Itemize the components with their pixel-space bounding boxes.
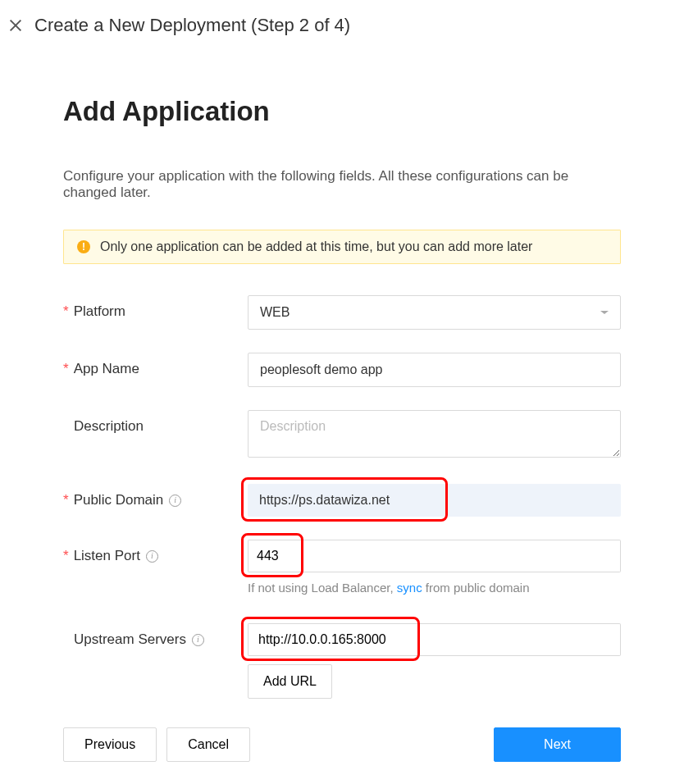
description-label-text: Description (74, 418, 144, 435)
description-label: Description (63, 410, 248, 435)
publicdomain-label-text: Public Domain (74, 492, 164, 508)
appname-label: * App Name (63, 353, 248, 377)
upstream-label-text: Upstream Servers (74, 631, 186, 648)
dialog-footer: Previous Cancel Next (63, 727, 621, 762)
description-row: Description (63, 410, 621, 461)
close-icon[interactable] (8, 18, 23, 33)
listenport-spacer (290, 540, 621, 572)
add-url-button[interactable]: Add URL (248, 664, 332, 699)
listenport-hint: If not using Load Balancer, sync from pu… (248, 581, 621, 595)
dialog-content: Add Application Configure your applicati… (0, 51, 684, 784)
required-marker: * (63, 492, 69, 508)
next-button[interactable]: Next (494, 727, 621, 762)
upstream-label: Upstream Servers (63, 623, 248, 648)
listenport-label-text: Listen Port (74, 548, 140, 564)
alert-text: Only one application can be added at thi… (100, 239, 532, 254)
upstream-spacer (396, 623, 621, 656)
previous-button[interactable]: Previous (63, 727, 157, 762)
platform-label-text: Platform (74, 303, 125, 320)
required-marker: * (63, 548, 69, 564)
publicdomain-row: * Public Domain (63, 484, 621, 517)
appname-label-text: App Name (74, 361, 139, 377)
page-title: Add Application (63, 96, 621, 127)
upstream-input[interactable] (249, 624, 396, 655)
upstream-row: Upstream Servers Add URL (63, 623, 621, 699)
platform-row: * Platform WEB (63, 295, 621, 330)
page-subtitle: Configure your application with the foll… (63, 168, 621, 201)
platform-select[interactable]: WEB (248, 295, 621, 330)
platform-label: * Platform (63, 295, 248, 320)
info-icon[interactable] (192, 634, 204, 646)
chevron-down-icon (600, 311, 609, 314)
listenport-input[interactable] (249, 540, 290, 572)
hint-prefix: If not using Load Balancer, (248, 581, 397, 595)
dialog-title: Create a New Deployment (Step 2 of 4) (34, 15, 350, 36)
required-marker: * (63, 361, 69, 377)
info-icon[interactable] (146, 550, 158, 563)
dialog-header: Create a New Deployment (Step 2 of 4) (0, 0, 684, 51)
warning-icon (77, 240, 90, 253)
publicdomain-label: * Public Domain (63, 484, 248, 508)
info-icon[interactable] (169, 495, 181, 507)
listenport-row: * Listen Port If not using Load Balancer… (63, 540, 621, 595)
required-marker: * (63, 303, 69, 320)
hint-suffix: from public domain (422, 581, 530, 595)
appname-row: * App Name (63, 353, 621, 387)
listenport-label: * Listen Port (63, 540, 248, 564)
cancel-button[interactable]: Cancel (166, 727, 250, 762)
platform-value: WEB (260, 305, 290, 320)
description-input[interactable] (248, 410, 621, 458)
info-alert: Only one application can be added at thi… (63, 230, 621, 264)
publicdomain-input[interactable] (248, 484, 621, 517)
sync-link[interactable]: sync (397, 581, 422, 595)
appname-input[interactable] (248, 353, 621, 387)
